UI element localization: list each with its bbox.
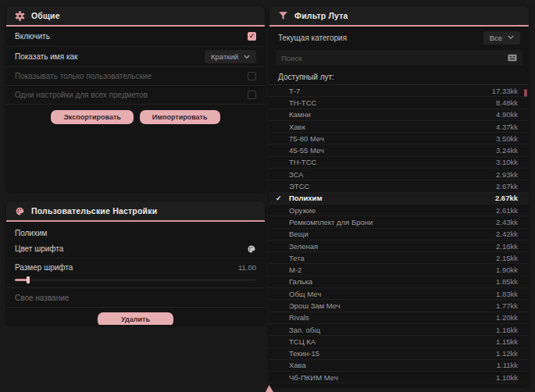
loot-list-item[interactable]: Эрош Зам Меч 1.77kk: [269, 300, 529, 312]
same-settings-checkbox[interactable]: [248, 91, 256, 99]
loot-item-value: 2.93kk: [496, 170, 518, 179]
loot-item-name: Эрош Зам Меч: [289, 301, 496, 310]
loot-list-item[interactable]: ЗСА 2.93kk: [269, 169, 529, 180]
loot-list-item[interactable]: Хава 1.11kk: [269, 360, 529, 372]
loot-list-item[interactable]: Текин-15 1.12kk: [269, 348, 529, 360]
loot-list-item[interactable]: Галька 1.85kk: [269, 276, 529, 288]
loot-item-check: ✓: [276, 194, 289, 202]
corner-decoration: [266, 385, 273, 392]
loot-item-value: 3.50kk: [496, 134, 518, 143]
loot-list-item[interactable]: ЭТСС 2.67kk: [269, 180, 529, 192]
font-size-slider[interactable]: [15, 279, 256, 281]
loot-list-item[interactable]: 45-55 Меч 3.24kk: [269, 144, 529, 156]
filter-panel-title: Фильтр Лута: [294, 11, 348, 20]
available-loot-label: Доступный лут:: [269, 69, 529, 84]
loot-item-value: 1.15kk: [496, 337, 518, 346]
search-options-icon[interactable]: [508, 54, 517, 62]
loot-list-item[interactable]: Оружие 2.61kk: [269, 205, 529, 216]
loot-item-name: Камни: [289, 110, 496, 119]
loot-list-item[interactable]: 75-80 Меч 3.50kk: [269, 133, 529, 144]
loot-item-value: 1.10kk: [496, 373, 518, 382]
loot-item-name: ТН-ТСС: [289, 98, 496, 107]
show-name-row: Показать имя как Краткий: [6, 47, 265, 67]
font-color-label: Цвет шрифта: [15, 244, 63, 253]
show-name-dropdown[interactable]: Краткий: [205, 50, 256, 63]
loot-list-item[interactable]: Вещи 2.42kk: [269, 229, 529, 241]
loot-item-name: Полихим: [289, 194, 495, 202]
loot-list-item[interactable]: Зеленая 2.16kk: [269, 241, 529, 252]
loot-list-item[interactable]: Общ Меч 1.83kk: [269, 288, 529, 300]
loot-list-item[interactable]: М-2 1.90kk: [269, 264, 529, 276]
loot-list-item[interactable]: Чб-ПКИМ Меч 1.10kk: [269, 372, 529, 383]
loot-item-value: 8.48kk: [496, 98, 518, 107]
loot-item-name: 75-80 Меч: [289, 134, 496, 143]
only-custom-checkbox[interactable]: [248, 72, 256, 80]
loot-item-value: 2.42kk: [496, 230, 518, 238]
color-palette-icon[interactable]: [247, 244, 256, 254]
loot-item-name: Общ Меч: [289, 290, 496, 298]
custom-panel-header: Пользовательские Настройки: [6, 201, 265, 222]
loot-item-value: 1.77kk: [496, 301, 518, 310]
import-button[interactable]: Импортировать: [140, 110, 220, 124]
loot-item-name: Rivals: [289, 313, 496, 322]
category-row: Текущая категория Все: [269, 27, 529, 48]
general-panel-header: Общие: [6, 6, 265, 27]
font-size-row: Размер шрифта 11.00: [6, 258, 265, 276]
loot-list-item[interactable]: ✓ Полихим 2.67kk: [269, 193, 529, 205]
loot-list-item[interactable]: Камни 4.90kk: [269, 109, 529, 121]
loot-item-name: Оружие: [289, 206, 496, 215]
loot-item-name: Тета: [289, 254, 496, 262]
loot-list-item[interactable]: ТН-ТСС 8.48kk: [269, 97, 529, 109]
loot-item-value: 1.16kk: [496, 326, 518, 334]
loot-item-name: 45-55 Меч: [289, 146, 496, 155]
loot-item-value: 2.67kk: [496, 182, 518, 191]
font-color-row[interactable]: Цвет шрифта: [6, 240, 265, 258]
loot-item-name: Зеленая: [289, 242, 496, 251]
search-box: [276, 50, 523, 66]
loot-item-value: 2.15kk: [496, 254, 518, 262]
loot-filter-panel: Фильтр Лута Текущая категория Все: [269, 6, 529, 386]
search-input[interactable]: [281, 54, 508, 62]
loot-item-value: 1.12kk: [496, 349, 518, 358]
loot-list-item[interactable]: Rivals 1.20kk: [269, 312, 529, 324]
export-button[interactable]: Экспортировать: [51, 110, 133, 124]
same-settings-row: Одни настройки для всех предметов: [6, 86, 265, 105]
enable-row: Включить ✓: [6, 27, 265, 47]
loot-item-name: ТСЦ КА: [289, 337, 496, 346]
general-panel: Общие Включить ✓ Показать имя как Кратки…: [6, 6, 265, 191]
same-settings-label: Одни настройки для всех предметов: [15, 91, 148, 99]
loot-list-item[interactable]: ТСЦ КА 1.15kk: [269, 336, 529, 347]
selected-item-name: Полихим: [6, 222, 265, 240]
loot-list-item[interactable]: Зап. общ 1.16kk: [269, 324, 529, 336]
mod-settings-screen: Общие Включить ✓ Показать имя как Кратки…: [0, 0, 535, 392]
general-panel-title: Общие: [31, 11, 60, 20]
loot-item-value: 3.10kk: [496, 158, 518, 166]
loot-item-value: 1.20kk: [496, 313, 518, 322]
loot-list-item[interactable]: Ремкомплект для Брони 2.43kk: [269, 216, 529, 228]
loot-list-item[interactable]: Т-7 17.33kk: [269, 85, 529, 97]
loot-item-name: ЭТСС: [289, 182, 496, 191]
loot-item-name: Чб-ПКИМ Меч: [289, 373, 496, 382]
loot-item-value: 1.11kk: [497, 361, 518, 369]
filter-panel-header: Фильтр Лута: [269, 6, 529, 27]
loot-item-value: 2.16kk: [496, 242, 518, 251]
enable-checkbox[interactable]: ✓: [248, 32, 256, 41]
loot-item-value: 1.85kk: [496, 277, 518, 286]
loot-list-item[interactable]: Хавк 4.37kk: [269, 121, 529, 133]
scrollbar-thumb[interactable]: [524, 89, 527, 97]
category-dropdown[interactable]: Все: [483, 31, 520, 45]
loot-list-item[interactable]: ТН-ТСС 3.10kk: [269, 157, 529, 169]
show-name-dropdown-value: Краткий: [211, 52, 238, 61]
delete-button[interactable]: Удалить: [98, 312, 173, 325]
custom-name-input[interactable]: [6, 288, 265, 307]
font-size-label: Размер шрифта: [15, 263, 73, 272]
loot-item-name: Вещи: [289, 230, 496, 238]
custom-settings-panel: Пользовательские Настройки Полихим Цвет …: [6, 201, 265, 325]
loot-item-value: 4.90kk: [496, 110, 518, 119]
slider-handle[interactable]: [27, 276, 30, 283]
chevron-down-icon: [244, 55, 250, 59]
loot-item-name: Текин-15: [289, 349, 496, 358]
font-size-value: 11.00: [238, 263, 256, 272]
show-name-label: Показать имя как: [15, 52, 77, 61]
loot-list-item[interactable]: Тета 2.15kk: [269, 252, 529, 264]
